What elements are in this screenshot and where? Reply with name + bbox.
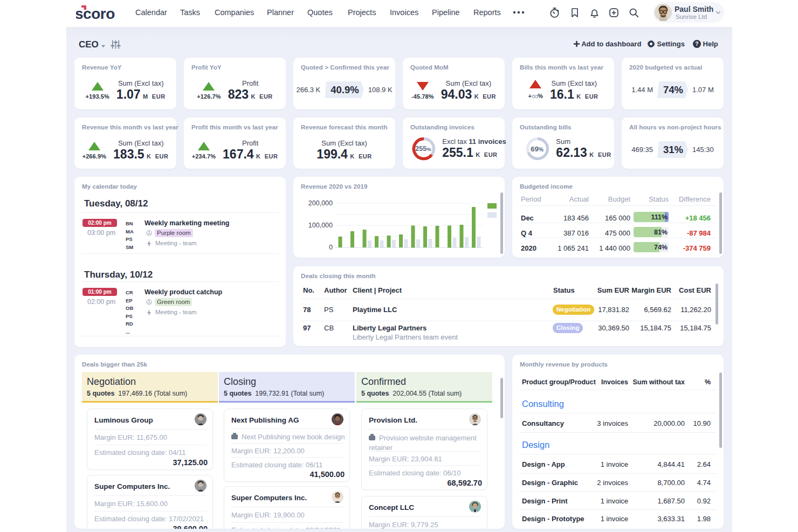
svg-text:0: 0	[329, 244, 333, 251]
svg-text:100,000: 100,000	[308, 222, 333, 229]
svg-text:255%: 255%	[416, 145, 432, 153]
svg-text:69%: 69%	[531, 145, 544, 153]
svg-text:?: ?	[695, 41, 698, 47]
svg-text:scoro: scoro	[76, 5, 115, 22]
svg-text:200,000: 200,000	[308, 199, 333, 207]
